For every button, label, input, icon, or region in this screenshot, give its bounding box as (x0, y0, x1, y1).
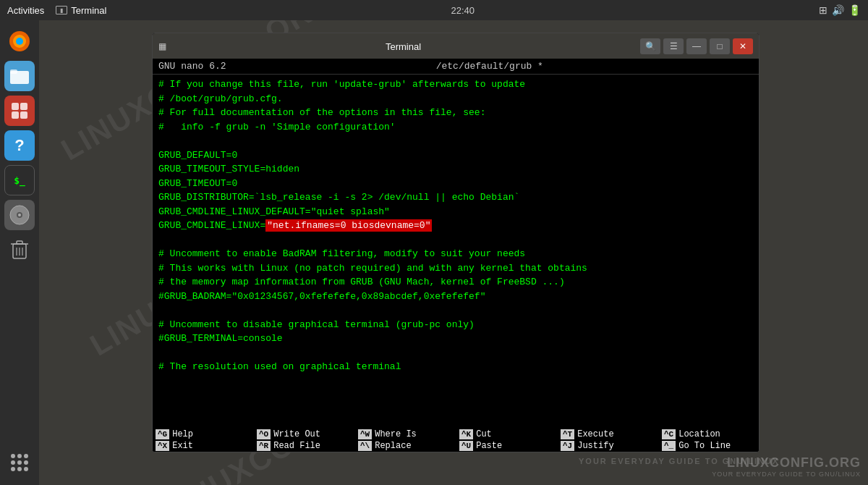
menu-button[interactable]: ☰ (663, 38, 684, 54)
svg-rect-7 (12, 111, 19, 119)
sidebar-item-help[interactable]: ? (4, 130, 35, 161)
activities-button[interactable]: Activities (7, 5, 44, 16)
line-13: # Uncomment to enable BadRAM filtering, … (158, 247, 753, 261)
cmd-gotoline: ^_ Go To Line (662, 441, 760, 451)
cmd-cut-label: Cut (476, 429, 492, 439)
minimize-button[interactable]: — (686, 38, 707, 54)
terminal-taskbar-item[interactable]: ▮ Terminal (56, 5, 106, 16)
battery-icon[interactable]: 🔋 (848, 4, 861, 16)
svg-point-2 (16, 38, 23, 45)
highlighted-value: "net.ifnames=0 biosdevname=0" (265, 219, 432, 232)
line-2: # /boot/grub/grub.cfg. (158, 92, 753, 106)
line-3: # For full documentation of the options … (158, 106, 753, 120)
cmd-replace: ^\ Replace (358, 441, 459, 451)
cmd-execute: ^T Execute (561, 429, 662, 439)
cmd-writeout: ^O Write Out (257, 429, 358, 439)
nano-version: GNU nano 6.2 (158, 61, 226, 72)
nano-filename: /etc/default/grub * (436, 61, 543, 72)
cmd-exit: ^X Exit (156, 441, 257, 451)
cmd-exit-key: ^X (156, 441, 169, 451)
line-21: # The resolution used on graphical termi… (158, 360, 753, 374)
line-16: #GRUB_BADRAM="0x01234567,0xfefefefe,0x89… (158, 290, 753, 304)
line-14: # This works with Linux (no patch requir… (158, 261, 753, 276)
svg-rect-14 (17, 241, 22, 244)
cmd-paste: ^U Paste (459, 441, 561, 451)
window-title: Terminal (386, 41, 421, 52)
cmd-paste-label: Paste (476, 441, 502, 451)
line-11: GRUB_CMDLINE_LINUX="net.ifnames=0 biosde… (158, 219, 753, 233)
nano-header: GNU nano 6.2 /etc/default/grub * (153, 59, 759, 75)
search-button[interactable]: 🔍 (640, 38, 660, 54)
cmd-whereis: ^W Where Is (358, 429, 459, 439)
cmd-justify-key: ^J (561, 441, 574, 451)
svg-rect-6 (20, 103, 27, 110)
maximize-button[interactable]: □ (710, 38, 730, 54)
cmd-location-key: ^C (662, 429, 676, 439)
footer-row-2: ^X Exit ^R Read File ^\ Replace ^U Paste… (153, 440, 759, 452)
cmd-location: ^C Location (662, 429, 760, 439)
cmd-cut: ^K Cut (459, 429, 561, 439)
line-1: # If you change this file, run 'update-g… (158, 77, 753, 92)
cmd-writeout-label: Write Out (273, 429, 320, 439)
cmd-location-label: Location (678, 429, 720, 439)
cmd-cut-key: ^K (459, 429, 473, 439)
line-12 (158, 233, 753, 248)
sidebar-item-terminal[interactable]: $_ (4, 165, 35, 195)
cmd-readfile: ^R Read File (257, 441, 358, 451)
cmd-whereis-label: Where Is (375, 429, 417, 439)
footer-logo: LINUXCONFIG.ORG YOUR EVERYDAY GUIDE TO G… (712, 455, 861, 478)
line-9: GRUB_DISTRIBUTOR=`lsb_release -i -s 2> /… (158, 190, 753, 205)
sidebar-item-trash[interactable] (4, 235, 35, 265)
cmd-justify: ^J Justify (561, 441, 662, 451)
sidebar-item-appstore[interactable] (4, 96, 35, 126)
cmd-whereis-key: ^W (358, 429, 372, 439)
line-8: GRUB_TIMEOUT=0 (158, 177, 753, 191)
cmd-justify-label: Justify (577, 441, 613, 451)
sidebar-item-apps[interactable] (4, 447, 35, 478)
cmd-execute-label: Execute (577, 429, 613, 439)
svg-point-11 (18, 214, 21, 216)
sidebar-item-dvd[interactable] (4, 200, 35, 230)
cmd-replace-key: ^\ (358, 441, 372, 451)
top-bar: Activities ▮ Terminal 22:40 ⊞ 🔊 🔋 (0, 0, 868, 20)
cmd-paste-key: ^U (459, 441, 473, 451)
terminal-titlebar: ▦ Terminal 🔍 ☰ — □ ✕ (153, 33, 759, 59)
cmd-gotoline-label: Go To Line (678, 441, 731, 451)
system-tray: ⊞ 🔊 🔋 (819, 4, 861, 16)
cmd-gotoline-key: ^_ (662, 441, 676, 451)
svg-rect-8 (20, 111, 27, 119)
nano-footer: ^G Help ^O Write Out ^W Where Is ^K Cut … (153, 422, 759, 452)
line-15: # the memory map information from GRUB (… (158, 275, 753, 290)
line-10: GRUB_CMDLINE_LINUX_DEFAULT="quiet splash… (158, 205, 753, 219)
close-button[interactable]: ✕ (733, 38, 753, 54)
cmd-replace-label: Replace (375, 441, 411, 451)
line-18: # Uncomment to disable graphical termina… (158, 318, 753, 332)
cmd-readfile-key: ^R (257, 441, 271, 451)
svg-rect-4 (10, 69, 17, 74)
sidebar-item-firefox[interactable] (4, 26, 35, 56)
footer-row-1: ^G Help ^O Write Out ^W Where Is ^K Cut … (153, 429, 759, 440)
line-20 (158, 346, 753, 360)
cmd-exit-label: Exit (172, 441, 193, 451)
line-19: #GRUB_TERMINAL=console (158, 332, 753, 346)
line-6: GRUB_DEFAULT=0 (158, 148, 753, 163)
line-7: GRUB_TIMEOUT_STYLE=hidden (158, 162, 753, 177)
line-4: # info -f grub -n 'Simple configuration' (158, 120, 753, 135)
volume-icon[interactable]: 🔊 (832, 4, 844, 16)
line-5 (158, 134, 753, 148)
nano-content[interactable]: # If you change this file, run 'update-g… (153, 75, 759, 422)
cmd-writeout-key: ^O (257, 429, 271, 439)
terminal-window: ▦ Terminal 🔍 ☰ — □ ✕ GNU nano 6.2 /etc/d… (152, 33, 760, 452)
title-left: ▦ (158, 41, 166, 51)
window-icon: ▦ (158, 41, 166, 51)
line-17 (158, 303, 753, 318)
window-controls: 🔍 ☰ — □ ✕ (640, 38, 753, 54)
cmd-readfile-label: Read File (273, 441, 320, 451)
sidebar: ? $_ (0, 20, 39, 485)
terminal-taskbar-icon: ▮ (56, 6, 67, 14)
sidebar-item-files[interactable] (4, 61, 35, 91)
terminal-taskbar-label: Terminal (71, 5, 106, 16)
svg-rect-5 (12, 103, 19, 110)
network-icon[interactable]: ⊞ (819, 4, 827, 16)
cmd-execute-key: ^T (561, 429, 574, 439)
